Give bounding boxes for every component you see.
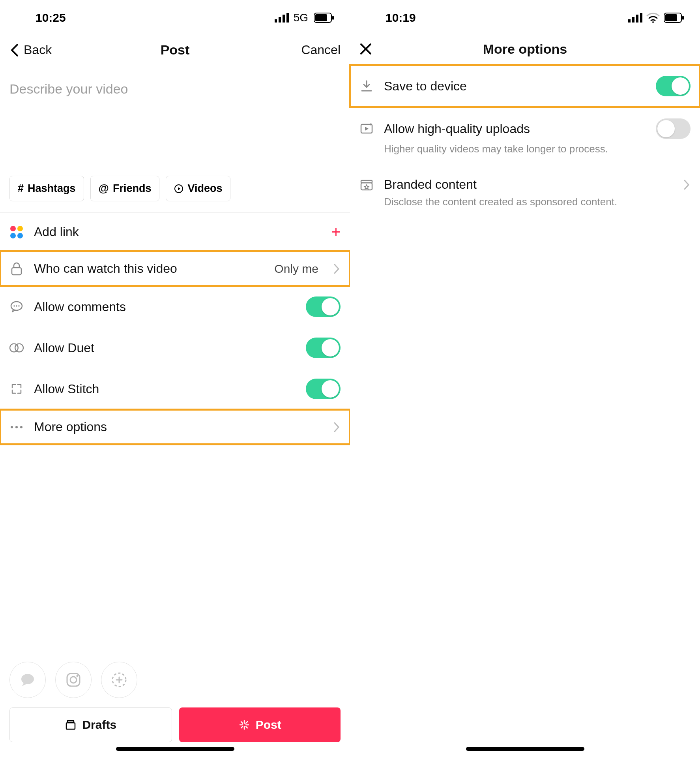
hq-uploads-row: Allow high-quality uploads Higher qualit… (350, 107, 700, 166)
link-icon (9, 225, 24, 239)
svg-line-32 (241, 722, 243, 723)
allow-stitch-toggle[interactable] (306, 379, 341, 399)
allow-comments-toggle[interactable] (306, 296, 341, 317)
post-button[interactable]: Post (179, 707, 341, 742)
plus-icon: + (331, 223, 341, 241)
branded-content-row[interactable]: Branded content Disclose the content cre… (350, 166, 700, 219)
svg-rect-50 (361, 183, 372, 190)
comment-icon (9, 300, 24, 314)
sparkle-icon (238, 719, 250, 731)
svg-line-34 (246, 722, 247, 723)
status-time: 10:19 (386, 11, 416, 24)
duet-icon (9, 341, 24, 355)
svg-point-15 (15, 344, 23, 352)
back-button[interactable]: Back (9, 43, 52, 57)
chevron-right-icon (333, 421, 341, 433)
svg-rect-6 (332, 16, 334, 20)
drafts-button[interactable]: Drafts (9, 707, 172, 742)
status-right: 5G (275, 11, 334, 24)
privacy-label: Who can watch this video (34, 261, 264, 276)
svg-rect-26 (66, 723, 75, 729)
branded-icon (359, 178, 374, 192)
save-to-device-label: Save to device (384, 79, 646, 94)
post-label: Post (256, 718, 281, 732)
allow-comments-row: Allow comments (0, 286, 350, 327)
svg-rect-5 (315, 14, 327, 21)
share-row (0, 662, 350, 707)
svg-marker-48 (365, 127, 369, 131)
chevron-left-icon (9, 43, 19, 57)
svg-line-35 (241, 726, 243, 728)
post-screen: 10:25 5G Back Post Cancel Describe your … (0, 0, 350, 758)
allow-duet-label: Allow Duet (34, 341, 296, 355)
svg-point-16 (11, 426, 13, 428)
more-options-row[interactable]: More options (0, 409, 350, 445)
status-bar: 10:19 (350, 0, 700, 36)
svg-rect-2 (283, 15, 285, 23)
hq-uploads-sub: Higher quality videos may take longer to… (359, 143, 691, 155)
cellular-icon (275, 13, 289, 23)
upload-quality-icon (359, 122, 374, 136)
download-icon (359, 79, 374, 93)
options-body: Save to device Allow high-quality upload… (350, 65, 700, 219)
network-label: 5G (294, 11, 308, 24)
hq-uploads-toggle[interactable] (656, 118, 691, 139)
page-title: More options (483, 41, 567, 57)
svg-point-21 (70, 677, 77, 683)
more-options-screen: 10:19 More options Save to device (350, 0, 700, 758)
svg-point-12 (16, 305, 17, 307)
save-to-device-row: Save to device (350, 65, 700, 107)
friends-chip[interactable]: @ Friends (90, 176, 160, 201)
svg-point-18 (20, 426, 22, 428)
chevron-right-icon (333, 263, 341, 275)
svg-line-33 (246, 726, 247, 728)
more-icon (9, 420, 24, 434)
hq-uploads-label: Allow high-quality uploads (384, 122, 646, 136)
svg-rect-27 (67, 720, 74, 722)
description-input[interactable]: Describe your video (0, 67, 350, 97)
svg-point-17 (15, 426, 18, 428)
svg-point-11 (13, 305, 15, 307)
home-indicator (466, 747, 584, 751)
save-to-device-toggle[interactable] (656, 76, 691, 96)
privacy-value: Only me (274, 262, 318, 276)
close-button[interactable] (359, 43, 372, 55)
lock-icon (9, 262, 24, 276)
svg-rect-36 (628, 19, 631, 23)
cancel-button[interactable]: Cancel (301, 43, 341, 57)
share-chat-icon[interactable] (9, 662, 46, 698)
allow-comments-label: Allow comments (34, 300, 296, 314)
hashtags-chip[interactable]: # Hashtags (9, 176, 84, 201)
friends-label: Friends (113, 182, 152, 195)
play-circle-icon (174, 184, 183, 193)
description-placeholder: Describe your video (9, 81, 341, 97)
home-indicator (116, 747, 234, 751)
svg-rect-9 (12, 268, 21, 275)
stitch-icon (9, 382, 24, 396)
svg-rect-1 (279, 17, 281, 23)
allow-duet-toggle[interactable] (306, 338, 341, 358)
battery-icon (314, 13, 334, 23)
add-link-label: Add link (34, 225, 321, 239)
hashtags-label: Hashtags (28, 182, 76, 195)
more-options-label: More options (34, 420, 322, 434)
battery-icon (664, 13, 684, 23)
at-icon: @ (99, 182, 109, 195)
allow-stitch-label: Allow Stitch (34, 382, 296, 396)
share-instagram-icon[interactable] (55, 662, 92, 698)
branded-sub: Disclose the content created as sponsore… (359, 196, 691, 208)
tag-chips: # Hashtags @ Friends Videos (0, 97, 350, 212)
drafts-label: Drafts (82, 718, 116, 732)
hash-icon: # (18, 182, 24, 195)
wifi-icon (646, 13, 660, 23)
privacy-row[interactable]: Who can watch this video Only me (0, 251, 350, 286)
nav-bar: More options (350, 36, 700, 65)
svg-point-13 (18, 305, 20, 307)
add-link-row[interactable]: Add link + (0, 213, 350, 251)
svg-marker-52 (364, 185, 369, 189)
videos-chip[interactable]: Videos (166, 176, 230, 201)
page-title: Post (161, 42, 190, 58)
share-story-icon[interactable] (101, 662, 137, 698)
svg-rect-37 (632, 17, 634, 23)
svg-rect-43 (682, 16, 684, 20)
